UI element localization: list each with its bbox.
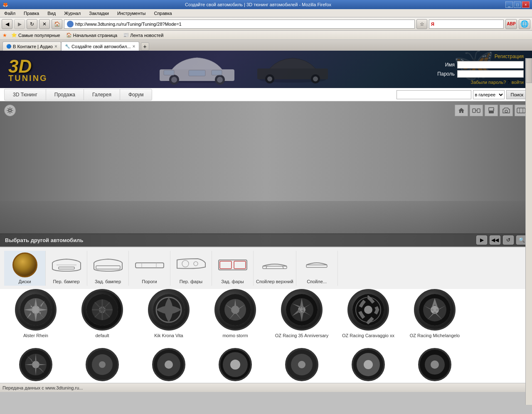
name-input[interactable] (457, 61, 524, 69)
wheel-kik-krona[interactable]: Kik Krona Vita (140, 289, 198, 338)
part-front-bumper[interactable]: Пер. бампер (46, 251, 87, 286)
bookmark-news-icon: 📰 (123, 32, 129, 38)
stop-button[interactable]: ✕ (39, 19, 50, 29)
bookmark-popular[interactable]: ⭐ Самые популярные (10, 32, 62, 38)
bookmarks-bar: ★ ⭐ Самые популярные 🏠 Начальная страниц… (0, 31, 532, 40)
bookmark-news[interactable]: 📰 Лента новостей (121, 32, 165, 38)
status-text: Передача данных с www.3dtuning.ru... (2, 385, 83, 390)
nav-search-area: в галерее в каталоге Поиск (397, 90, 528, 99)
nav-sale[interactable]: Продажа (46, 89, 84, 100)
password-input[interactable] (457, 70, 524, 78)
enter-link[interactable]: войти (512, 80, 524, 85)
wheel-momo-storm[interactable]: momo storm (206, 289, 264, 338)
nav-search-select[interactable]: в галерее в каталоге (473, 90, 505, 99)
scroll-thumb[interactable] (526, 58, 532, 83)
svg-rect-6 (164, 70, 174, 75)
home-button[interactable]: 🏠 (52, 19, 62, 29)
maximize-button[interactable]: □ (514, 1, 521, 8)
svg-point-125 (431, 360, 439, 369)
svg-point-22 (505, 110, 507, 113)
tab-tuning[interactable]: 🔧 Создайте свой автомобил... × (61, 42, 139, 51)
scrollbar[interactable] (525, 58, 532, 392)
rewind-button[interactable]: ◀◀ (490, 235, 500, 245)
bookmark-home-label: Начальная страница (73, 33, 117, 38)
back-button[interactable]: ◀ (2, 19, 12, 29)
addon-button[interactable]: 🌐 (519, 19, 530, 29)
part-spoiler2[interactable]: Спойле... (296, 251, 338, 286)
wheel-default[interactable]: default (73, 289, 131, 338)
reload-button[interactable]: ↻ (27, 19, 37, 29)
wheel-oz-michelangelo[interactable]: OZ Racing Michelangelo (406, 289, 464, 338)
register-link[interactable]: Регистрация (495, 54, 524, 59)
search-box[interactable]: Я (429, 20, 504, 29)
wheel-r2-5[interactable] (273, 348, 331, 381)
wheel-r2-3[interactable] (140, 348, 198, 381)
bookmark-home[interactable]: 🏠 Начальная страница (64, 32, 119, 38)
tab-tuning-close[interactable]: × (133, 44, 135, 49)
front-lights-label: Пер. фары (180, 279, 202, 284)
abp-button[interactable]: ABP (505, 19, 517, 29)
tab-vk[interactable]: 🔵 В Контакте | Аудио × (2, 42, 61, 51)
wheel-r2-2[interactable] (73, 348, 131, 381)
part-front-lights[interactable]: Пер. фары (170, 251, 212, 286)
bookmark-star[interactable]: ☆ (416, 19, 427, 29)
minimize-button[interactable]: _ (505, 1, 513, 8)
choose-car-link[interactable]: Выбрать другой автомобиль (5, 237, 83, 243)
top-spoiler-label: Спойлер верхний (256, 279, 293, 284)
menu-file[interactable]: Файл (2, 11, 18, 16)
forward-button[interactable]: ▶ (14, 19, 25, 29)
nav-search-input[interactable] (397, 90, 471, 99)
part-discs[interactable]: Диски (4, 251, 46, 286)
nav-search-button[interactable]: Поиск (506, 90, 528, 99)
new-tab-button[interactable]: + (141, 42, 149, 51)
part-rear-bumper[interactable]: Зад. бампер (87, 251, 129, 286)
nav-gallery[interactable]: Галерея (84, 89, 120, 100)
close-button[interactable]: × (522, 1, 530, 8)
tab-vk-close[interactable]: × (54, 44, 57, 49)
wheel-oz-caravaggio-label: OZ Racing Caravaggio xx (342, 333, 394, 338)
play-button[interactable]: ▶ (476, 235, 487, 245)
forgot-link[interactable]: Забыли пароль? (471, 80, 506, 85)
menu-journal[interactable]: Журнал (62, 11, 83, 16)
menu-view[interactable]: Вид (45, 11, 58, 16)
camera-icon-btn[interactable] (500, 105, 513, 116)
wheel-alster-rhein[interactable]: Alster Rhein (7, 289, 65, 338)
part-sills[interactable]: Пороги (129, 251, 170, 286)
menu-edit[interactable]: Правка (21, 11, 42, 16)
wheel-kik-krona-label: Kik Krona Vita (154, 333, 183, 338)
rotate-button[interactable]: ↺ (503, 235, 514, 245)
menu-help[interactable]: Справка (151, 11, 174, 16)
wheel-r2-7[interactable] (406, 348, 464, 381)
address-input[interactable] (75, 22, 412, 27)
svg-rect-66 (59, 267, 74, 269)
compare-icon-btn[interactable] (470, 105, 483, 116)
svg-point-12 (267, 76, 272, 81)
settings-button[interactable] (4, 105, 16, 116)
address-bar[interactable] (64, 20, 415, 29)
menu-tools[interactable]: Инструменты (115, 11, 148, 16)
logo: 3D TUNING (8, 56, 48, 83)
wheel-r2-1[interactable] (7, 348, 65, 381)
menu-bookmarks[interactable]: Закладки (86, 11, 111, 16)
svg-rect-7 (189, 70, 205, 76)
wheel-r2-6[interactable] (339, 348, 397, 381)
wheel-r2-6-icon (352, 348, 385, 381)
wheel-oz-35-icon (281, 289, 323, 331)
front-bumper-icon (50, 257, 83, 273)
svg-point-116 (230, 360, 240, 370)
browser-search-input[interactable] (436, 22, 502, 27)
rear-bumper-icon-container (91, 252, 125, 277)
wheel-r2-4[interactable] (206, 348, 264, 381)
nav-forum[interactable]: Форум (120, 89, 152, 100)
part-top-spoiler[interactable]: Спойлер верхний (254, 251, 296, 286)
rear-bumper-icon (92, 257, 124, 273)
wheel-oz-caravaggio[interactable]: OZ Racing Caravaggio xx (339, 289, 397, 338)
wheel-oz-michelangelo-label: OZ Racing Michelangelo (410, 333, 460, 338)
home-icon-btn[interactable] (455, 105, 468, 116)
part-rear-lights[interactable]: Зад. фары (212, 251, 254, 286)
header-car-white (155, 53, 239, 86)
wheel-oz-35[interactable]: OZ Racing 35 Anniversary (273, 289, 331, 338)
header-cars (48, 53, 438, 86)
print-icon-btn[interactable] (485, 105, 498, 116)
nav-3dtuning[interactable]: 3D Тюнинг (4, 89, 46, 100)
